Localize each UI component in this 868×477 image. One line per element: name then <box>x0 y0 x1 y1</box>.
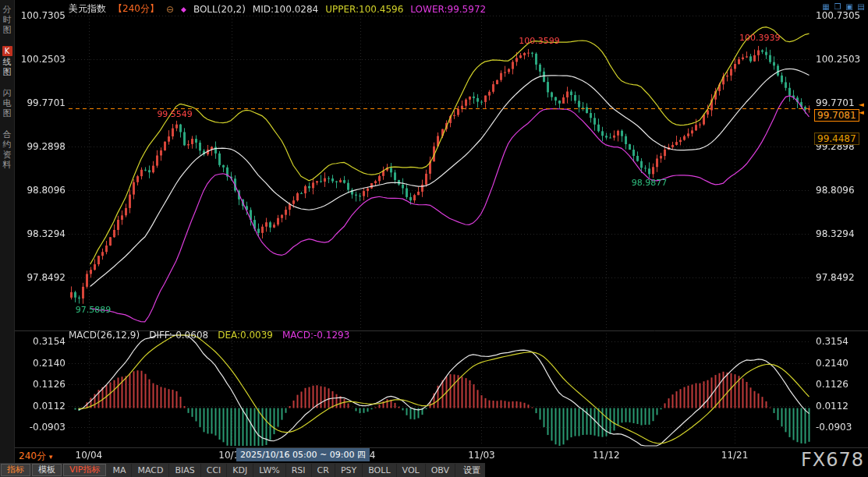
indicator-button-rsi[interactable]: RSI <box>286 464 312 477</box>
settings-button[interactable]: 设置 <box>463 465 480 476</box>
maximize-icon[interactable]: ▣ <box>845 2 854 12</box>
period-selector[interactable]: 240分 ▾ <box>19 450 52 463</box>
indicator-button-psy[interactable]: PSY <box>335 464 363 477</box>
indicator-buttons: MAMACDBIASCCIKDJLW%RSICRPSYBOLLVOLOBV <box>107 464 455 477</box>
window-controls: ▦ ❐ ▣ ▤ <box>821 2 866 12</box>
indicator-button-obv[interactable]: OBV <box>426 464 455 477</box>
macd-header: MACD(26,12,9) DIFF:-0.0608 DEA:0.0039 MA… <box>69 330 349 341</box>
macd-bar-value: MACD:-0.1293 <box>282 330 349 341</box>
trading-app-window: 100.7305100.7305100.2503100.250399.77019… <box>0 0 868 477</box>
sidebar-item-k-line-chart[interactable]: K线图 <box>0 46 14 77</box>
indicator-button-macd[interactable]: MACD <box>132 464 169 477</box>
indicator-button-lwpct[interactable]: LW% <box>253 464 285 477</box>
sidebar-item-lightning-chart[interactable]: 闪电图 <box>0 88 14 118</box>
chevron-down-icon: ▾ <box>49 453 53 461</box>
candlestick-chart-canvas[interactable] <box>0 0 868 447</box>
bottom-toolbar: 指标模板VIP指标 MAMACDBIASCCIKDJLW%RSICRPSYBOL… <box>0 463 485 477</box>
time-axis-row: 240分 ▾ <box>0 447 868 463</box>
macd-indicator-label: MACD(26,12,9) <box>69 330 140 341</box>
sidebar-item-time-chart[interactable]: 分时图 <box>0 5 14 35</box>
indicator-button-cci[interactable]: CCI <box>201 464 228 477</box>
indicator-button-cr[interactable]: CR <box>312 464 335 477</box>
toolbar-tab-templates[interactable]: 模板 <box>32 464 62 476</box>
sidebar-item-char: 料 <box>0 160 14 170</box>
sidebar-item-char: 图 <box>0 25 14 35</box>
price-marker-arrow: ◄ <box>859 108 864 116</box>
toolbar-tab-indicators[interactable]: 指标 <box>1 464 30 476</box>
chart-header: 美元指数 【240分】 ⊖ ◆ BOLL(20,2) MID:100.0284 … <box>69 2 486 16</box>
indicator-button-ma[interactable]: MA <box>107 464 132 477</box>
boll-mid-value: MID:100.0284 <box>253 4 318 15</box>
indicator-button-boll[interactable]: BOLL <box>363 464 396 477</box>
macd-diff-value: DIFF:-0.0608 <box>149 330 208 341</box>
layout-tile-icon[interactable]: ▦ <box>821 2 831 12</box>
boll-indicator-label: BOLL(20,2) <box>193 4 246 15</box>
period-label: 【240分】 <box>113 2 159 16</box>
zoom-out-icon[interactable]: ⊖ <box>166 4 174 15</box>
indicator-button-kdj[interactable]: KDJ <box>227 464 253 477</box>
indicator-button-bias[interactable]: BIAS <box>169 464 200 477</box>
sidebar-item-contract-info[interactable]: 合约资料 <box>0 129 14 170</box>
boll-upper-value: UPPER:100.4596 <box>325 4 403 15</box>
sidebar-item-char: 时 <box>0 15 14 25</box>
list-icon[interactable]: ▤ <box>856 2 866 12</box>
sidebar-item-char: 图 <box>0 67 14 77</box>
sidebar-item-char: 线 <box>0 57 14 67</box>
period-selector-label: 240分 <box>19 450 46 461</box>
indicator-button-vol[interactable]: VOL <box>397 464 426 477</box>
chart-type-sidebar: 分时图K线图闪电图合约资料 <box>0 0 15 463</box>
sidebar-item-char: 图 <box>0 108 14 118</box>
sidebar-item-char: 资 <box>0 150 14 160</box>
crosshair-date-tooltip: 2025/10/16 05:00 ~ 09:00 四 <box>236 448 370 461</box>
watermark-logo: FX678 <box>801 450 864 470</box>
k-badge-icon: K <box>2 46 12 56</box>
symbol-name: 美元指数 <box>69 2 106 16</box>
sidebar-item-char: 闪 <box>0 88 14 98</box>
toolbar-tabs: 指标模板VIP指标 <box>0 463 107 477</box>
indicator-diamond-icon: ◆ <box>181 5 186 13</box>
sidebar-item-char: 合 <box>0 129 14 140</box>
macd-dea-value: DEA:0.0039 <box>218 330 273 341</box>
price-marker-arrow: ◄ <box>859 101 864 108</box>
toolbar-tab-vip-indicators[interactable]: VIP指标 <box>63 464 106 476</box>
sidebar-item-char: 约 <box>0 140 14 150</box>
sidebar-item-char: 电 <box>0 98 14 108</box>
layout-cascade-icon[interactable]: ❐ <box>833 2 842 12</box>
boll-lower-value: LOWER:99.5972 <box>410 4 486 15</box>
sidebar-item-char: 分 <box>0 5 14 15</box>
